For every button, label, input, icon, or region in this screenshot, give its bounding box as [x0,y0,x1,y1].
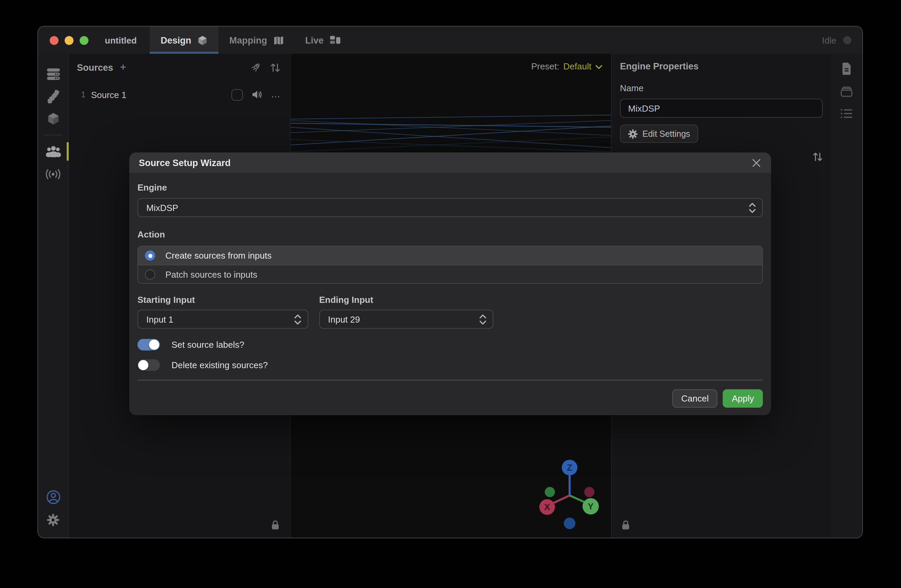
option-label: Patch sources to inputs [165,269,257,279]
engine-select[interactable]: MixDSP [137,198,763,217]
titlebar: untitled Design Mapping Live I [38,27,862,54]
tab-mapping[interactable]: Mapping [218,27,294,54]
close-dialog-button[interactable] [752,158,761,167]
rocket-icon [251,62,261,73]
apply-button[interactable]: Apply [723,389,763,408]
sort-arrows-icon [270,62,281,72]
speaker-array-icon [47,89,59,103]
broadcast-signal-icon [45,168,61,179]
user-avatar-icon [46,490,60,504]
engine-select-label: Engine [137,182,763,193]
speaker-icon [252,90,263,99]
cancel-button[interactable]: Cancel [672,389,718,408]
source-wizard-button[interactable] [251,62,261,73]
source-color-swatch[interactable] [231,89,243,100]
radio-unselected-icon[interactable] [145,269,155,279]
axis-gizmo[interactable]: Z X Y [529,452,610,536]
engine-select-value: MixDSP [146,203,178,213]
tab-live-label: Live [305,35,324,45]
left-toolbar [38,54,69,538]
close-icon [752,158,761,167]
zoom-window-button[interactable] [80,36,89,45]
action-radio-group: Create sources from inputs Patch sources… [137,246,763,284]
source-name: Source 1 [91,89,126,100]
edit-settings-label: Edit Settings [642,129,690,139]
list-tab-button[interactable] [840,109,853,119]
engine-properties-title: Engine Properties [620,61,823,72]
gizmo-neg-x-handle[interactable] [584,487,594,497]
settings-button[interactable] [38,508,68,531]
minimize-window-button[interactable] [65,36,73,45]
status-label: Idle [822,35,836,45]
sources-panel-title: Sources [77,62,113,72]
sidebar-item-broadcast[interactable] [38,163,68,185]
sources-panel-header: Sources + [69,54,290,81]
set-source-labels-label: Set source labels? [171,340,244,350]
sidebar-item-objects[interactable] [38,108,68,130]
sidebar-item-system[interactable] [38,62,68,85]
option-create-sources[interactable]: Create sources from inputs [138,246,762,265]
source-mute-button[interactable] [252,90,263,99]
desktop: untitled Design Mapping Live I [0,0,901,588]
account-button[interactable] [38,486,68,508]
lock-panel-button[interactable] [621,520,630,530]
preset-value: Default [563,61,591,72]
engine-status: Idle [822,27,862,54]
source-index: 1 [81,90,86,99]
delete-existing-sources-toggle[interactable] [137,359,160,371]
ending-input-select[interactable]: Input 29 [319,310,493,329]
set-source-labels-row: Set source labels? [137,339,763,351]
edit-settings-button[interactable]: Edit Settings [620,125,698,143]
sidebar-item-sources[interactable] [38,140,68,163]
set-source-labels-toggle[interactable] [137,339,160,351]
preset-selector[interactable]: Preset: Default [531,61,602,72]
delete-existing-sources-label: Delete existing sources? [171,360,268,370]
source-setup-wizard-dialog: Source Setup Wizard Engine MixDSP Action… [129,153,771,415]
source-list-item[interactable]: 1 Source 1 … [69,86,290,103]
archive-drawer-icon [840,86,853,97]
option-patch-sources[interactable]: Patch sources to inputs [138,265,762,283]
gear-icon [47,513,59,526]
map-icon [273,35,284,45]
sort-sources-button[interactable] [270,62,281,72]
list-icon [840,109,853,119]
cube-icon [197,35,207,45]
add-source-button[interactable]: + [120,62,126,73]
status-dot [843,36,851,44]
source-menu-button[interactable]: … [271,92,281,96]
dialog-body: Engine MixDSP Action Create sources from… [129,173,771,408]
toggle-knob [149,340,159,350]
lock-icon [271,520,280,530]
lock-panel-button[interactable] [271,520,280,530]
footer-divider [137,380,763,381]
cube-icon [47,112,59,125]
archive-tab-button[interactable] [840,86,853,97]
starting-input-group: Starting Input Input 1 [137,295,308,329]
action-label: Action [137,229,763,240]
chevron-up-down-icon [748,202,756,214]
sidebar-item-speakers[interactable] [38,85,68,108]
gizmo-neg-y-handle[interactable] [545,487,555,497]
chevron-up-down-icon [479,313,486,325]
ending-input-value: Input 29 [328,314,360,324]
option-label: Create sources from inputs [165,250,271,260]
preset-label: Preset: [531,61,559,72]
document-title: untitled [105,35,140,45]
document-icon [841,62,852,75]
properties-tab-button[interactable] [841,62,852,75]
delete-existing-sources-row: Delete existing sources? [137,359,763,371]
starting-input-select[interactable]: Input 1 [137,310,308,329]
chevron-up-down-icon [294,313,301,325]
tab-mapping-label: Mapping [229,35,267,45]
close-window-button[interactable] [50,36,59,45]
radio-selected-icon[interactable] [145,250,155,260]
tab-design[interactable]: Design [150,27,218,54]
toggle-knob [138,360,148,370]
gizmo-neg-z-handle[interactable] [564,518,575,529]
layout-tiles-icon [330,35,341,45]
panel-sort-button[interactable] [812,152,823,162]
engine-name-input[interactable] [620,99,823,118]
tab-design-label: Design [161,35,191,45]
tab-live[interactable]: Live [294,27,351,54]
gear-icon [628,129,638,139]
